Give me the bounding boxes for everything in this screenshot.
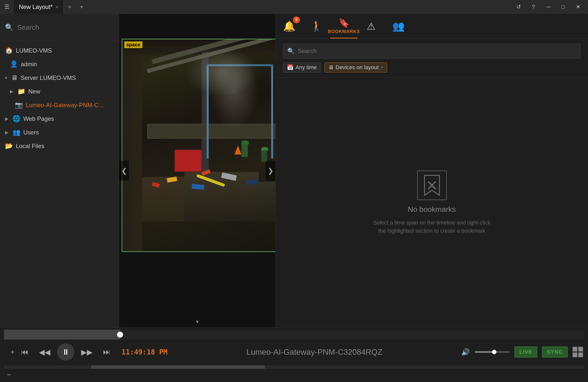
waste-blue-1 bbox=[192, 184, 204, 190]
waste-pile-center bbox=[184, 172, 259, 222]
nav-arrow-right[interactable]: ❯ bbox=[265, 161, 275, 181]
home-icon: 🏠 bbox=[5, 47, 13, 54]
minimize-button[interactable]: ─ bbox=[541, 0, 556, 14]
notification-badge: 9 bbox=[293, 16, 300, 23]
bookmarks-icon: 🔖 bbox=[338, 18, 350, 28]
main-area: 🔍 🏠 LUMEO-VMS 👤 admin ▾ 🖥 Server LUMEO-V… bbox=[0, 14, 588, 327]
no-bookmarks-area: No bookmarks Select a time span on the t… bbox=[276, 78, 588, 327]
grid-cell-4 bbox=[578, 352, 583, 357]
timeline-track[interactable] bbox=[4, 330, 584, 340]
scroll-indicator[interactable]: ▾ bbox=[196, 318, 199, 325]
tab-bar: New Layout* × + ▾ bbox=[14, 0, 511, 14]
worker-2-container bbox=[261, 146, 268, 162]
no-bookmarks-desc: Select a time span on the timeline and r… bbox=[370, 219, 494, 235]
search-bar[interactable]: 🔍 bbox=[0, 14, 119, 41]
filter-any-time[interactable]: 📅 Any time bbox=[283, 63, 321, 72]
title-bar: ☰ New Layout* × + ▾ ↺ ? ─ □ ✕ bbox=[0, 0, 588, 14]
nav-arrow-left[interactable]: ❮ bbox=[119, 161, 129, 181]
calendar-icon: 📅 bbox=[287, 64, 294, 71]
worker-1-helmet bbox=[241, 140, 249, 144]
grid-cell-2 bbox=[578, 347, 583, 351]
waste-pile-right bbox=[256, 182, 275, 222]
worker-2-helmet bbox=[261, 147, 268, 151]
svg-line-0 bbox=[428, 182, 436, 189]
sidebar-item-active-device[interactable]: 📷 Lumeo-AI-Gateway-PNM-C... bbox=[0, 98, 119, 112]
zoom-timeline[interactable] bbox=[4, 365, 584, 369]
web-arrow: ▶ bbox=[5, 116, 8, 122]
sidebar-item-users[interactable]: ▶ 👥 Users bbox=[0, 126, 119, 139]
sidebar-server-name: Server LUMEO-VMS bbox=[21, 74, 76, 81]
step-back-button[interactable]: ◀◀ bbox=[37, 345, 52, 359]
camera-feed-inner: space Camera 01 bbox=[122, 39, 275, 251]
maximize-button[interactable]: □ bbox=[556, 0, 571, 14]
panel-motion-btn[interactable]: 🚶 bbox=[303, 14, 330, 38]
bookmarks-search-field[interactable]: 🔍 bbox=[283, 44, 581, 59]
smoke-2 bbox=[209, 54, 259, 129]
camera-viewport: space Camera 01 ❮ ❯ ▾ bbox=[119, 14, 275, 327]
panel-users-btn[interactable]: 👥 bbox=[385, 14, 412, 38]
panel-bookmarks-btn[interactable]: 🔖 BOOKMARKS bbox=[330, 14, 358, 38]
sidebar-active-device-label: Lumeo-AI-Gateway-PNM-C... bbox=[26, 102, 103, 109]
bookmarks-search: 🔍 📅 Any time 🖥 Devices on layout × bbox=[276, 39, 588, 78]
users-icon: 👥 bbox=[12, 128, 20, 136]
sidebar-user-label: admin bbox=[21, 61, 37, 68]
tab-dropdown-button[interactable]: ▾ bbox=[76, 0, 88, 14]
panel-alerts-btn[interactable]: ⚠ bbox=[358, 14, 385, 38]
help-button[interactable]: ? bbox=[526, 0, 541, 14]
sidebar-item-lumeo-server[interactable]: ▾ 🖥 Server LUMEO-VMS bbox=[0, 71, 119, 85]
volume-icon[interactable]: 🔊 bbox=[461, 348, 470, 356]
grid-cell-1 bbox=[573, 347, 577, 351]
layout-grid-button[interactable] bbox=[573, 347, 583, 357]
controls-row: + ⏮ ◀◀ ⏸ ▶▶ ⏭ 11:49:18 PM Lumeo-AI-Gatew… bbox=[0, 340, 588, 364]
alerts-icon: ⚠ bbox=[367, 21, 376, 32]
filter-devices-label: Devices on layout bbox=[336, 64, 379, 71]
timeline-thumb[interactable] bbox=[117, 332, 123, 338]
timeline-played bbox=[4, 330, 120, 340]
local-files-icon: 📂 bbox=[5, 142, 13, 150]
zoom-plus-button[interactable]: + bbox=[7, 347, 17, 357]
sidebar-item-new-folder[interactable]: ▶ 📁 New bbox=[0, 85, 119, 98]
close-button[interactable]: ✕ bbox=[571, 0, 586, 14]
bookmarks-label: BOOKMARKS bbox=[328, 29, 360, 34]
live-button[interactable]: LIVE bbox=[515, 347, 537, 357]
active-tab[interactable]: New Layout* × bbox=[14, 0, 64, 14]
traffic-cone bbox=[234, 146, 241, 155]
bookmarks-search-input[interactable] bbox=[298, 48, 576, 55]
volume-slider[interactable] bbox=[475, 351, 510, 353]
filter-row: 📅 Any time 🖥 Devices on layout × bbox=[283, 63, 581, 72]
tab-close-button[interactable]: × bbox=[56, 4, 59, 10]
sidebar-item-server[interactable]: 🏠 LUMEO-VMS bbox=[0, 44, 119, 57]
zoom-range bbox=[91, 365, 265, 369]
window-controls: ↺ ? ─ □ ✕ bbox=[511, 0, 588, 14]
pause-button[interactable]: ⏸ bbox=[57, 343, 74, 361]
filter-devices-on-layout[interactable]: 🖥 Devices on layout × bbox=[325, 63, 387, 72]
filter-devices-close[interactable]: × bbox=[381, 65, 383, 70]
step-forward-button[interactable]: ▶▶ bbox=[79, 345, 94, 359]
search-input[interactable] bbox=[17, 24, 114, 32]
monitor-icon: 🖥 bbox=[328, 64, 334, 71]
menu-button[interactable]: ☰ bbox=[0, 0, 14, 14]
sidebar-item-local-files[interactable]: 📂 Local Files bbox=[0, 139, 119, 153]
server-icon: 🖥 bbox=[11, 74, 18, 82]
zoom-minus-button[interactable]: − bbox=[4, 370, 14, 380]
worker-1-body bbox=[241, 143, 248, 157]
space-label: space bbox=[124, 41, 142, 48]
arch-left bbox=[207, 64, 209, 159]
sidebar-item-user[interactable]: 👤 admin bbox=[0, 57, 119, 71]
waste-area bbox=[122, 147, 275, 222]
folder-arrow: ▶ bbox=[10, 89, 13, 94]
arch-right bbox=[271, 64, 273, 159]
motion-icon: 🚶 bbox=[310, 20, 323, 32]
sync-button[interactable]: SYNC bbox=[542, 347, 568, 357]
bookmark-empty-icon-svg bbox=[422, 174, 442, 196]
add-tab-button[interactable]: + bbox=[64, 0, 76, 14]
skip-back-button[interactable]: ⏮ bbox=[17, 345, 32, 359]
back-button[interactable]: ↺ bbox=[511, 0, 526, 14]
search-icon: 🔍 bbox=[5, 23, 14, 32]
sidebar-new-folder-label: New bbox=[28, 88, 40, 95]
skip-forward-button[interactable]: ⏭ bbox=[99, 345, 114, 359]
panel-notifications-btn[interactable]: 🔔 9 bbox=[276, 14, 303, 38]
sidebar-item-web-pages[interactable]: ▶ 🌐 Web Pages bbox=[0, 112, 119, 126]
volume-knob bbox=[492, 350, 496, 354]
bookmarks-search-icon: 🔍 bbox=[287, 48, 295, 55]
